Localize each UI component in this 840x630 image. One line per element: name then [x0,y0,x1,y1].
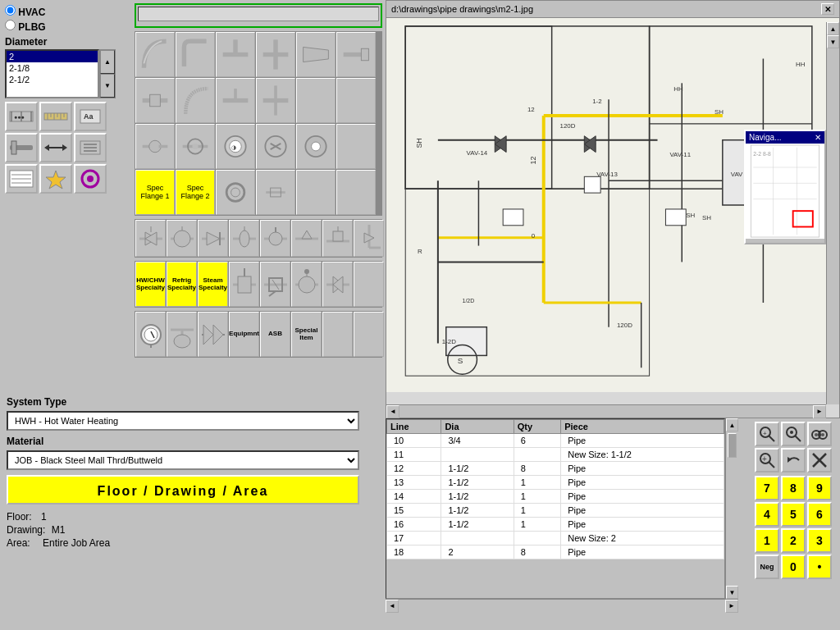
table-row[interactable]: 1828Pipe [387,546,724,559]
blank3-cell[interactable] [336,124,376,169]
steam-specialty-cell[interactable]: SteamSpecialty [198,262,228,307]
diameter-option-1[interactable]: 2 [7,51,98,62]
arrow-tool-btn[interactable] [39,133,72,162]
elbow-45-cell[interactable] [135,32,175,77]
globe-valve-cell[interactable] [167,220,197,257]
cap2-cell[interactable] [256,124,295,169]
scroll-left-btn[interactable]: ◄ [386,405,399,418]
table-scroll-left[interactable]: ◄ [386,600,399,613]
num-8-btn[interactable]: 8 [781,476,806,500]
gear-tool-btn[interactable] [74,133,107,162]
table-row[interactable]: 151-1/21Pipe [387,504,724,518]
table-scroll-up[interactable]: ▲ [726,418,738,431]
ruler-tool-btn[interactable] [39,102,72,131]
binoculars-btn[interactable] [807,422,832,446]
table-scrollbar[interactable]: ▲ ▼ [725,418,738,599]
delete-btn[interactable] [807,448,832,472]
table-hscrollbar[interactable]: ◄ ► [386,599,738,612]
drawing-scrollbar-right[interactable]: ▲ ▼ [826,22,839,404]
dot-btn[interactable]: • [807,555,832,579]
ball-valve-cell[interactable] [260,220,290,257]
hw-chw-cell[interactable]: HW/CHWSpecialty [135,262,166,307]
blank6-cell[interactable] [354,262,384,307]
table-row[interactable]: 17New Size: 2 [387,532,724,546]
num-5-btn[interactable]: 5 [781,502,806,527]
num-9-btn[interactable]: 9 [807,476,832,500]
table-row[interactable]: 141-1/21Pipe [387,490,724,504]
tee-reducing-cell[interactable] [216,78,255,123]
needle-valve-cell[interactable] [291,220,322,257]
scroll-up-btn[interactable]: ▲ [827,22,839,35]
valve2-cell[interactable] [322,262,353,307]
gauge-cell[interactable]: ◑ [216,124,255,169]
navigator-close-btn[interactable]: ✕ [815,133,821,142]
table-scroll-thumb[interactable] [728,433,737,458]
num-0-btn[interactable]: 0 [781,555,806,579]
diameter-option-2[interactable]: 2-1/8 [7,62,98,74]
spec-flange1-cell[interactable]: SpecFlange 1 [135,170,175,215]
num-2-btn[interactable]: 2 [781,528,806,553]
tee-cell[interactable] [216,32,255,77]
table-row[interactable]: 121-1/28Pipe [387,462,724,476]
gate-valve-cell[interactable] [135,220,166,257]
table-row[interactable]: 131-1/21Pipe [387,476,724,490]
circle-tool-btn[interactable] [74,164,107,194]
drawing-close-btn[interactable]: ✕ [821,3,834,15]
refrig-cell[interactable]: RefrigSpecialty [167,262,197,307]
union2-cell[interactable] [176,124,215,169]
num-6-btn[interactable]: 6 [807,502,832,527]
relief-valve-cell[interactable] [322,220,353,257]
diameter-scroll-up[interactable]: ▲ [100,50,115,74]
gasket-cell[interactable] [216,170,255,215]
check-valve-cell[interactable] [198,220,228,257]
plbg-radio-label[interactable]: PLBG [5,21,46,33]
special-item-cell[interactable]: SpecialItem [291,312,322,357]
strainer-cell[interactable] [260,262,290,307]
navigator-canvas[interactable]: 2-2 8-8 [746,144,824,239]
table-scroll-down[interactable]: ▼ [726,586,738,599]
blank1-cell[interactable] [296,78,336,123]
neg-btn[interactable]: Neg [755,555,779,579]
elbow-90-cell[interactable] [176,32,215,77]
floor-drawing-button[interactable]: Floor / Drawing / Area [7,475,359,504]
cross-cell[interactable] [256,32,295,77]
hvac-radio-label[interactable]: HVAC [5,7,45,18]
cross2-cell[interactable] [256,78,295,123]
flow-arrow-cell[interactable] [198,312,228,357]
table-row[interactable]: 161-1/21Pipe [387,518,724,532]
flange-cell[interactable] [296,124,336,169]
label-tool-btn[interactable]: Aa [74,102,107,131]
spec-flange2-cell[interactable]: SpecFlange 2 [176,170,215,215]
undo-btn[interactable] [781,448,806,472]
drawing-scrollbar-bottom[interactable]: ◄ ► [386,404,826,418]
blank8-cell[interactable] [354,312,384,357]
angle-valve-cell[interactable] [354,220,384,257]
elbow-street-cell[interactable] [176,78,215,123]
data-table-container[interactable]: Line Dia Qty Piece 103/46Pipe11New Size:… [386,418,725,599]
star-tool-btn[interactable] [39,164,72,194]
num-4-btn[interactable]: 4 [755,502,779,527]
butterfly-valve-cell[interactable] [229,220,259,257]
steam-trap-cell[interactable] [229,262,259,307]
plbg-radio[interactable] [5,20,16,30]
pressure-gauge-cell[interactable] [135,312,166,357]
fitting-search[interactable] [138,7,379,21]
list-tool-btn[interactable] [5,164,38,194]
material-select[interactable]: JOB - Black Steel Mall Thrd/Buttweld [7,450,359,470]
table-row[interactable]: 103/46Pipe [387,434,724,448]
blank7-cell[interactable] [322,312,353,357]
blank4-cell[interactable] [296,170,336,215]
blank5-cell[interactable] [336,170,376,215]
misc-cell[interactable] [256,170,295,215]
hvac-radio[interactable] [5,5,16,16]
scroll-right-btn[interactable]: ► [813,405,826,418]
drawing-canvas[interactable]: SH 1-2 HH HH SH 12 0 VAV-14 VAV-13 VAV-1… [386,18,839,392]
pipe-tool-btn[interactable] [5,133,38,162]
blank2-cell[interactable] [336,78,376,123]
find-btn[interactable] [781,422,806,446]
zoom-in-btn[interactable]: + [755,448,779,472]
num-7-btn[interactable]: 7 [755,476,779,500]
coupling-cell[interactable] [135,78,175,123]
filter-cell[interactable] [167,312,197,357]
asb-cell[interactable]: ASB [260,312,290,357]
